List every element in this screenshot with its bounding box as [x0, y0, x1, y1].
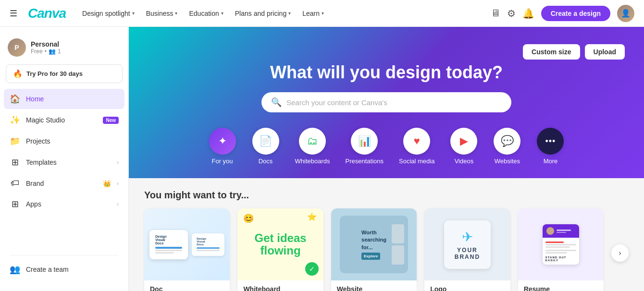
card-logo-label: Logo — [424, 280, 510, 291]
hamburger-icon[interactable]: ☰ — [10, 8, 17, 19]
gear-icon[interactable]: ⚙ — [507, 8, 516, 19]
card-logo[interactable]: ✈ YOURBRAND Logo — [424, 208, 510, 291]
category-whiteboards[interactable]: 🗂 Whiteboards — [287, 124, 338, 169]
card-doc[interactable]: DesignVisualDocs DesignVisualDocs — [144, 208, 230, 291]
more-icon: ••• — [545, 136, 556, 146]
chevron-right-icon: › — [117, 159, 119, 166]
category-presentations[interactable]: 📊 Presentations — [338, 124, 392, 169]
try-title: You might want to try... — [144, 190, 629, 201]
presentations-icon: 📊 — [358, 135, 371, 147]
canva-logo[interactable]: Canva — [28, 6, 66, 21]
social-media-icon: ♥ — [414, 135, 420, 147]
sidebar-user-info: Personal Free • 👥 1 — [31, 40, 61, 55]
sidebar-item-brand[interactable]: 🏷 Brand 👑 › — [4, 173, 124, 193]
card-resume-label: Resume — [518, 280, 604, 291]
new-badge: New — [103, 117, 119, 124]
upload-button[interactable]: Upload — [585, 44, 625, 60]
card-doc-image: DesignVisualDocs DesignVisualDocs — [144, 208, 230, 280]
videos-icon: ▶ — [460, 135, 468, 147]
category-docs[interactable]: 📄 Docs — [244, 124, 287, 169]
nav-link-business[interactable]: Business ▾ — [141, 7, 183, 20]
cards-container: DesignVisualDocs DesignVisualDocs — [144, 208, 629, 291]
nav-link-education[interactable]: Education ▾ — [184, 7, 228, 20]
category-videos[interactable]: ▶ Videos — [442, 124, 485, 169]
topnav-right: 🖥 ⚙ 🔔 Create a design 👤 — [491, 5, 634, 22]
bell-icon[interactable]: 🔔 — [522, 8, 534, 19]
custom-size-button[interactable]: Custom size — [523, 44, 580, 60]
chevron-down-icon: ▾ — [132, 11, 135, 16]
sidebar-username: Personal — [31, 40, 61, 48]
sidebar: P Personal Free • 👥 1 🔥 Try Pro for 30 d… — [0, 27, 129, 291]
follower-icon: 👥 — [49, 48, 56, 55]
projects-icon: 📁 — [10, 136, 20, 146]
chevron-right-icon: › — [117, 201, 119, 207]
sidebar-item-magic-studio[interactable]: ✨ Magic Studio New — [4, 110, 124, 130]
chevron-right-icon: › — [117, 180, 119, 187]
topnav: ☰ Canva Design spotlight ▾ Business ▾ Ed… — [0, 0, 644, 27]
for-you-icon: ✦ — [218, 135, 227, 147]
category-social-media[interactable]: ♥ Social media — [391, 124, 442, 169]
sidebar-bottom: 👥 Create a team — [0, 251, 128, 283]
chevron-down-icon: ▾ — [221, 11, 223, 16]
search-bar: 🔍 — [261, 92, 511, 112]
brand-icon: 🏷 — [10, 178, 20, 188]
chevron-down-icon: ▾ — [322, 11, 324, 16]
hero-title: What will you design today? — [148, 62, 625, 83]
card-website-image: Worthsearchingfor... Explore — [331, 208, 417, 280]
hero-buttons: Custom size Upload — [148, 44, 625, 60]
nav-link-plans-pricing[interactable]: Plans and pricing ▾ — [230, 7, 296, 20]
sidebar-plan: Free • 👥 1 — [31, 48, 61, 55]
main-layout: P Personal Free • 👥 1 🔥 Try Pro for 30 d… — [0, 27, 644, 291]
card-whiteboard-image: Get ideasflowing 😊 ⭐ ✓ — [237, 208, 323, 280]
monitor-icon[interactable]: 🖥 — [491, 8, 500, 19]
category-for-you[interactable]: ✦ For you — [201, 124, 244, 169]
create-design-button[interactable]: Create a design — [541, 6, 610, 21]
create-team-icon: 👥 — [10, 264, 20, 275]
card-whiteboard-label: Whiteboard — [237, 280, 323, 291]
search-input[interactable] — [286, 98, 502, 107]
category-more[interactable]: ••• More — [529, 124, 572, 169]
card-whiteboard[interactable]: Get ideasflowing 😊 ⭐ ✓ Whiteboard — [237, 208, 323, 291]
topnav-links: Design spotlight ▾ Business ▾ Education … — [77, 7, 491, 20]
sidebar-nav: 🏠 Home ✨ Magic Studio New 📁 Projects ⊞ T… — [0, 89, 128, 214]
category-bar: ✦ For you 📄 Docs 🗂 Whiteboards — [148, 124, 625, 169]
sidebar-divider — [10, 255, 119, 255]
avatar-image: 👤 — [617, 5, 634, 22]
category-websites[interactable]: 💬 Websites — [485, 124, 529, 169]
sidebar-item-home[interactable]: 🏠 Home — [4, 89, 124, 109]
templates-icon: ⊞ — [10, 157, 20, 168]
card-resume-image: STAND OUTEASILY — [518, 208, 604, 280]
nav-link-learn[interactable]: Learn ▾ — [297, 7, 329, 20]
chevron-down-icon: ▾ — [175, 11, 177, 16]
sidebar-item-apps[interactable]: ⊞ Apps › — [4, 194, 124, 214]
whiteboards-icon: 🗂 — [307, 135, 318, 147]
try-section: You might want to try... DesignVisualDoc… — [129, 178, 644, 291]
card-website-label: Website — [331, 280, 417, 291]
cards-next-button[interactable]: › — [611, 244, 629, 262]
sidebar-item-templates[interactable]: ⊞ Templates › — [4, 152, 124, 172]
try-pro-button[interactable]: 🔥 Try Pro for 30 days — [6, 64, 123, 83]
card-website[interactable]: Worthsearchingfor... Explore Website — [331, 208, 417, 291]
search-icon: 🔍 — [271, 97, 282, 108]
sidebar-item-projects[interactable]: 📁 Projects — [4, 131, 124, 151]
crown-icon: 👑 — [103, 180, 111, 187]
websites-icon: 💬 — [501, 135, 514, 147]
sidebar-item-create-team[interactable]: 👥 Create a team — [4, 259, 124, 279]
logo-area: ☰ Canva — [10, 6, 66, 21]
card-logo-image: ✈ YOURBRAND — [424, 208, 510, 280]
hero-section: Custom size Upload What will you design … — [129, 27, 644, 178]
main-content: Custom size Upload What will you design … — [129, 27, 644, 291]
sidebar-user: P Personal Free • 👥 1 — [0, 35, 128, 64]
chevron-down-icon: ▾ — [288, 11, 291, 16]
sidebar-user-avatar: P — [8, 38, 26, 57]
docs-icon: 📄 — [259, 135, 272, 147]
card-doc-label: Doc — [144, 280, 230, 291]
nav-link-design-spotlight[interactable]: Design spotlight ▾ — [77, 7, 139, 20]
avatar[interactable]: 👤 — [617, 5, 634, 22]
apps-icon: ⊞ — [10, 199, 20, 209]
pro-icon: 🔥 — [13, 69, 23, 78]
home-icon: 🏠 — [10, 94, 20, 104]
magic-studio-icon: ✨ — [10, 115, 20, 125]
card-resume[interactable]: STAND OUTEASILY Resume — [518, 208, 604, 291]
